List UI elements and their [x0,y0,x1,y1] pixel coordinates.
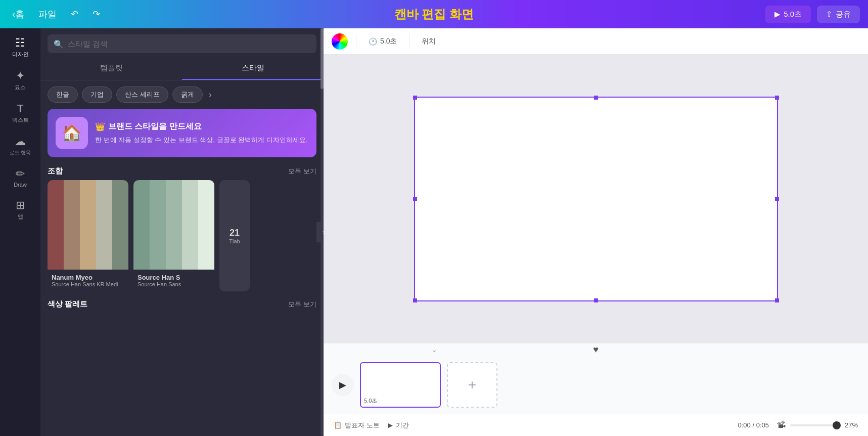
heart-icon: ♥ [593,344,599,355]
duration-icon: ▶ [388,421,393,429]
file-label: 파일 [38,8,57,20]
chip-company[interactable]: 기업 [82,86,112,103]
time-display: 0:00 / 0:05 [738,421,768,429]
chip-hangeul[interactable]: 한글 [48,86,78,103]
sidebar-cloud-label: 로드 형목 [10,149,31,156]
palette-section-header: 색상 팔레트 모두 보기 [40,297,324,313]
slide-thumbnail-1[interactable]: 5.0초 [360,362,441,408]
combo-card-more[interactable]: 21 Tlab [219,180,250,291]
undo-button[interactable]: ↶ [67,7,82,22]
collapse-panel-button[interactable]: › [316,222,324,242]
palette-section-title: 색상 팔레트 [48,299,87,309]
handle-mr[interactable] [775,197,779,201]
combo-colors-1 [48,180,128,270]
combo-colors-2 [133,180,214,270]
header-left: ‹ 홈 파일 ↶ ↷ [8,6,104,22]
combo-card-1[interactable]: Nanum Myeo Source Han Sans KR Medi [48,180,128,291]
presenter-note-label: 발표자 노트 [345,421,380,430]
canvas-frame[interactable] [414,97,778,301]
filter-chips: 한글 기업 산스 세리프 굵게 › [40,80,324,109]
share-button[interactable]: ⇧ 공유 [817,6,860,23]
add-slide-button[interactable]: + [447,362,497,408]
combo-section-title: 조합 [48,166,63,176]
duration-label: 기간 [396,421,409,430]
sidebar-item-apps[interactable]: ⊞ 앱 [2,195,38,226]
redo-button[interactable]: ↷ [88,7,104,22]
toolbar-position-label: 위치 [422,37,436,46]
top-header: ‹ 홈 파일 ↶ ↷ 캔바 편집 화면 ▶ 5.0초 ⇧ 공유 [0,0,868,28]
back-label: 홈 [15,8,24,20]
scroll-thumb[interactable] [321,28,324,89]
handle-tm[interactable] [594,96,598,100]
sidebar-text-label: 텍스트 [12,116,29,124]
canvas-area: 🕐 5.0초 위치 ♥ ⌄ [324,28,868,436]
combo-card-font-2: Source Han S [138,274,210,281]
zoom-bar: 📽 27% [777,420,858,430]
bottom-bar: 📋 발표자 노트 ▶ 기간 0:00 / 0:05 📽 27% [324,414,868,436]
header-right: ▶ 5.0초 ⇧ 공유 [765,6,860,23]
brand-promo-content: 👑 브랜드 스타일을 만드세요 한 번에 자동 설정할 수 있는 브랜드 색상,… [95,121,307,145]
color-stripe [182,180,198,270]
combo-section-header: 조합 모두 보기 [40,164,324,180]
play-timeline-button[interactable]: ▶ [332,374,354,396]
search-input[interactable] [48,34,316,53]
play-header-label: 5.0초 [784,10,802,19]
color-stripe [112,180,128,270]
toolbar-time-item[interactable]: 🕐 5.0초 [364,35,401,48]
presenter-note-button[interactable]: 📋 발표자 노트 [334,421,380,430]
zoom-slider[interactable] [790,424,841,426]
back-button[interactable]: ‹ 홈 [8,6,28,22]
handle-ml[interactable] [413,197,417,201]
handle-tl[interactable] [413,96,417,100]
chip-sans-serif[interactable]: 산스 세리프 [116,86,168,103]
sidebar-item-elements[interactable]: ✦ 요소 [2,65,38,96]
sidebar-elements-label: 요소 [15,83,26,91]
combo-more-button[interactable]: 모두 보기 [288,167,316,176]
sidebar-item-design[interactable]: ☷ 디자인 [2,32,38,63]
combo-card-info-1: Nanum Myeo Source Han Sans KR Medi [48,270,128,291]
screen-icon: 📽 [777,420,786,430]
canvas-viewport [324,55,868,343]
color-wheel[interactable] [332,33,348,50]
duration-button[interactable]: ▶ 기간 [388,421,409,430]
sidebar-item-text[interactable]: T 텍스트 [2,98,38,129]
chevron-down-icon[interactable]: ⌄ [431,345,437,354]
toolbar-position-item[interactable]: 위치 [418,35,440,48]
color-stripe [133,180,150,270]
tab-style[interactable]: 스타일 [182,57,324,80]
apps-icon: ⊞ [16,200,25,211]
sidebar-draw-label: Draw [14,182,27,188]
palette-more-button[interactable]: 모두 보기 [288,300,316,309]
combo-card-sub: Source Han Sans KR Medi [52,281,124,287]
tab-template[interactable]: 템플릿 [40,57,182,80]
handle-bl[interactable] [413,298,417,302]
chip-bold[interactable]: 굵게 [172,86,203,103]
combo-card-2[interactable]: Source Han S Source Han Sans [133,180,214,291]
play-timeline-icon: ▶ [339,379,346,390]
sidebar-item-cloud[interactable]: ☁ 로드 형목 [2,131,38,161]
brand-promo-desc: 한 번에 자동 설정할 수 있는 브랜드 색상, 글꼴로 완벽하게 디자인하세요… [95,135,307,145]
search-area: 🔍 [40,28,324,57]
play-header-button[interactable]: ▶ 5.0초 [765,6,811,23]
design-icon: ☷ [15,37,25,49]
clock-icon: 🕐 [369,37,377,46]
chips-more-button[interactable]: › [207,90,214,100]
combo-card-info-2: Source Han S Source Han Sans [133,270,214,291]
timeline-content: ▶ 5.0초 + [324,356,868,414]
share-label: 공유 [836,10,851,19]
left-panel: 🔍 템플릿 스타일 한글 기업 산스 세리프 굵게 › 🏠 [40,28,324,436]
handle-bm[interactable] [594,298,598,302]
toolbar-divider [356,34,356,49]
handle-tr[interactable] [775,96,779,100]
handle-br[interactable] [775,298,779,302]
zoom-thumb[interactable] [833,421,841,429]
sidebar-item-draw[interactable]: ✏ Draw [2,163,38,193]
combo-cards: Nanum Myeo Source Han Sans KR Medi Sourc… [40,180,324,291]
color-stripe [166,180,182,270]
file-button[interactable]: 파일 [34,6,61,22]
sidebar-apps-label: 앱 [18,213,23,221]
search-icon: 🔍 [54,39,64,49]
brand-promo[interactable]: 🏠 👑 브랜드 스타일을 만드세요 한 번에 자동 설정할 수 있는 브랜드 색… [48,109,316,157]
note-icon: 📋 [334,421,342,429]
icon-sidebar: ☷ 디자인 ✦ 요소 T 텍스트 ☁ 로드 형목 ✏ Draw ⊞ 앱 [0,28,40,436]
